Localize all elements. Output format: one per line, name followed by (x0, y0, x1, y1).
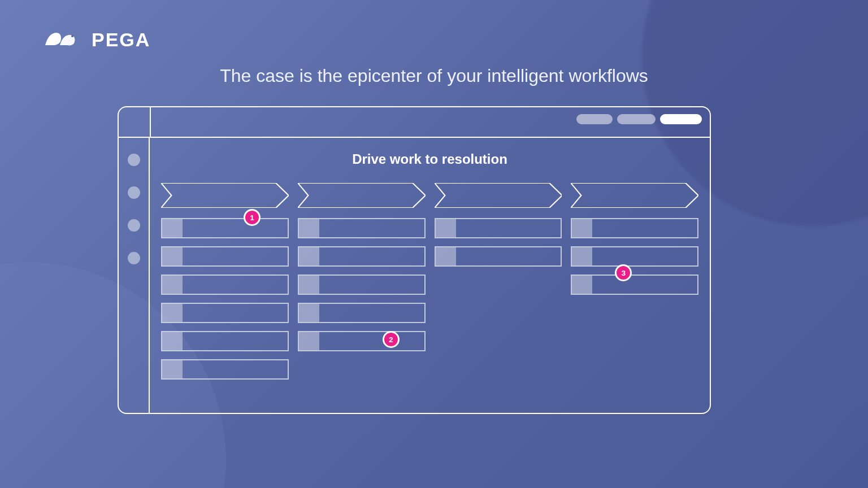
titlebar-pill (617, 114, 656, 124)
window-titlebar (119, 107, 710, 138)
step-icon-placeholder (572, 247, 592, 265)
svg-point-0 (71, 35, 73, 37)
workflow-step (571, 218, 698, 238)
step-icon-placeholder (162, 360, 183, 378)
page-title: The case is the epicenter of your intell… (0, 66, 868, 86)
step-icon-placeholder (162, 219, 183, 237)
workflow-step (298, 331, 426, 351)
titlebar-pill-active (660, 114, 702, 124)
stage-arrow-row (161, 183, 698, 208)
workflow-step (298, 218, 426, 238)
stage-chevron-icon (161, 183, 289, 208)
workflow-column-1: 1 (161, 218, 289, 380)
stage-chevron-icon (571, 183, 698, 208)
window-body: Drive work to resolution (119, 138, 710, 413)
step-icon-placeholder (572, 276, 592, 294)
workflow-step (571, 274, 698, 295)
workflow-step (161, 331, 289, 351)
brand-logo: PEGA (44, 28, 150, 51)
svg-marker-4 (571, 183, 698, 208)
step-icon-placeholder (162, 304, 183, 322)
svg-marker-3 (435, 183, 562, 208)
workflow-column-3 (435, 218, 562, 267)
workflow-window-frame: Drive work to resolution (118, 106, 711, 414)
step-icon-placeholder (436, 219, 456, 237)
svg-marker-2 (298, 183, 426, 208)
workflow-step (435, 218, 562, 238)
step-icon-placeholder (436, 247, 456, 265)
step-icon-placeholder (162, 332, 183, 350)
content-title: Drive work to resolution (161, 151, 698, 167)
window-sidebar (119, 138, 150, 413)
titlebar-pill-group (576, 114, 702, 124)
step-icon-placeholder (299, 304, 319, 322)
workflow-column-2: 2 (298, 218, 426, 351)
workflow-step (161, 246, 289, 267)
workflow-step (161, 274, 289, 295)
step-icon-placeholder (299, 276, 319, 294)
stage-chevron-icon (298, 183, 426, 208)
window-content: Drive work to resolution (150, 138, 710, 413)
step-icon-placeholder (162, 247, 183, 265)
workflow-step (298, 274, 426, 295)
svg-marker-1 (161, 183, 289, 208)
sidebar-dot (128, 186, 140, 199)
callout-marker-2[interactable]: 2 (383, 331, 400, 348)
step-icon-placeholder (162, 276, 183, 294)
stage-chevron-icon (435, 183, 562, 208)
sidebar-dot (128, 219, 140, 232)
workflow-step (161, 218, 289, 238)
sidebar-dot (128, 154, 140, 166)
workflow-step (298, 303, 426, 323)
sidebar-dot (128, 252, 140, 264)
titlebar-divider (150, 107, 151, 137)
workflow-step (435, 246, 562, 267)
brand-name: PEGA (92, 29, 150, 51)
step-icon-placeholder (299, 219, 319, 237)
workflow-step (298, 246, 426, 267)
step-icon-placeholder (299, 332, 319, 350)
workflow-step (161, 303, 289, 323)
pega-logo-icon (44, 28, 85, 51)
workflow-step (161, 359, 289, 380)
step-icon-placeholder (572, 219, 592, 237)
titlebar-pill (576, 114, 613, 124)
workflow-step (571, 246, 698, 267)
workflow-column-4: 3 (571, 218, 698, 295)
step-icon-placeholder (299, 247, 319, 265)
callout-marker-1[interactable]: 1 (244, 209, 261, 226)
workflow-columns: 1 2 3 (161, 218, 698, 380)
